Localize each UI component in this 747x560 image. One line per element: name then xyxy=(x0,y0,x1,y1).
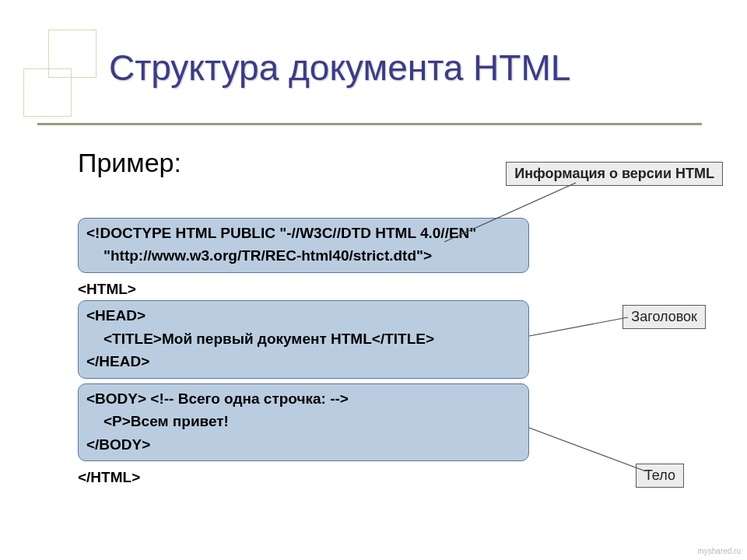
decor-square xyxy=(23,68,72,117)
svg-line-2 xyxy=(529,428,646,471)
code-line: <BODY> <!-- Всего одна строчка: --> xyxy=(86,387,521,410)
svg-line-1 xyxy=(529,317,628,336)
code-line: <TITLE>Мой первый документ HTML</TITLE> xyxy=(86,327,521,350)
code-line: </HEAD> xyxy=(86,350,521,373)
code-example: <!DOCTYPE HTML PUBLIC "-//W3C//DTD HTML … xyxy=(78,218,529,488)
title-underline xyxy=(37,123,702,125)
code-line: <HEAD> xyxy=(86,304,521,327)
page-title: Структура документа HTML xyxy=(109,47,570,89)
callout-body: Тело xyxy=(636,464,684,488)
example-label: Пример: xyxy=(78,148,181,178)
code-line: </HTML> xyxy=(78,466,529,488)
code-head-block: <HEAD> <TITLE>Мой первый документ HTML</… xyxy=(78,300,529,378)
watermark: myshared.ru xyxy=(697,547,741,555)
callout-header: Заголовок xyxy=(622,305,706,329)
code-body-block: <BODY> <!-- Всего одна строчка: --> <P>В… xyxy=(78,383,529,461)
code-line: <HTML> xyxy=(78,278,529,300)
code-line: <!DOCTYPE HTML PUBLIC "-//W3C//DTD HTML … xyxy=(86,222,521,244)
code-doctype-block: <!DOCTYPE HTML PUBLIC "-//W3C//DTD HTML … xyxy=(78,218,529,273)
callout-version-info: Информация о версии HTML xyxy=(506,162,723,186)
code-line: <P>Всем привет! xyxy=(86,410,521,432)
code-line: "http://www.w3.org/TR/REC-html40/strict.… xyxy=(86,244,521,267)
code-line: </BODY> xyxy=(86,433,521,456)
